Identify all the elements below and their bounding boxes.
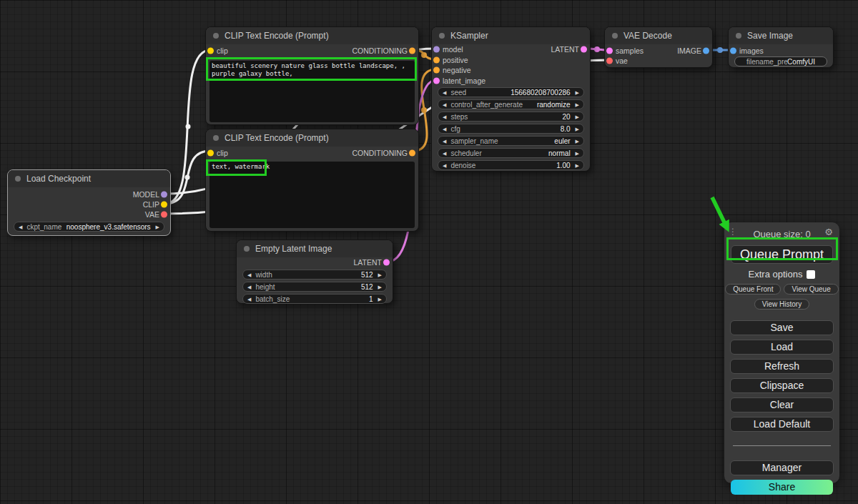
input-label-clip: clip bbox=[217, 149, 228, 157]
increment-arrow-icon[interactable]: ▶ bbox=[576, 127, 579, 132]
increment-arrow-icon[interactable]: ▶ bbox=[576, 90, 579, 95]
increment-arrow-icon[interactable]: ▶ bbox=[378, 297, 382, 302]
node-title-bar[interactable]: CLIP Text Encode (Prompt) bbox=[206, 129, 418, 147]
output-pin-clip[interactable] bbox=[161, 202, 167, 208]
clear-button[interactable]: Clear bbox=[730, 397, 834, 412]
widget-control-after-generate[interactable]: ◀ control_after_generate randomize ▶ bbox=[438, 99, 584, 109]
slot-row: MODEL bbox=[8, 189, 170, 199]
widget-filename-prefix[interactable]: filename_prefix ComfyUI bbox=[734, 56, 827, 66]
output-pin-latent[interactable] bbox=[383, 260, 390, 266]
input-pin-vae[interactable] bbox=[606, 58, 613, 64]
input-pin-clip[interactable] bbox=[207, 48, 214, 54]
load-default-button[interactable]: Load Default bbox=[730, 417, 834, 432]
widget-scheduler[interactable]: ◀ scheduler normal ▶ bbox=[438, 148, 584, 158]
widget-steps[interactable]: ◀ steps 20 ▶ bbox=[438, 112, 584, 122]
output-pin-conditioning[interactable] bbox=[409, 48, 415, 54]
widget-denoise[interactable]: ◀ denoise 1.00 ▶ bbox=[438, 160, 584, 170]
decrement-arrow-icon[interactable]: ◀ bbox=[247, 297, 251, 302]
drag-handle-icon[interactable]: ⋮ bbox=[729, 227, 737, 237]
refresh-button[interactable]: Refresh bbox=[730, 359, 834, 374]
node-title-bar[interactable]: VAE Decode bbox=[605, 27, 712, 44]
increment-arrow-icon[interactable]: ▶ bbox=[576, 102, 579, 107]
view-queue-button[interactable]: View Queue bbox=[784, 284, 838, 295]
node-title-bar[interactable]: KSampler bbox=[432, 27, 590, 44]
widget-width[interactable]: ◀ width 512 ▶ bbox=[242, 270, 387, 280]
node-title-bar[interactable]: Empty Latent Image bbox=[237, 240, 393, 257]
increment-arrow-icon[interactable]: ▶ bbox=[378, 272, 382, 277]
collapse-dot-icon[interactable] bbox=[15, 176, 21, 182]
decrement-arrow-icon[interactable]: ◀ bbox=[443, 163, 446, 168]
manager-button[interactable]: Manager bbox=[730, 460, 834, 475]
node-empty-latent-image[interactable]: Empty Latent Image LATENT ◀ width 512 ▶ … bbox=[236, 239, 393, 304]
widget-value: 512 bbox=[361, 271, 373, 279]
collapse-dot-icon[interactable] bbox=[612, 33, 618, 39]
node-ksampler[interactable]: KSampler LATENT model positive negative … bbox=[431, 26, 591, 172]
widget-value: noosphere_v3.safetensors bbox=[66, 223, 151, 231]
increment-arrow-icon[interactable]: ▶ bbox=[576, 139, 579, 144]
widget-label: scheduler bbox=[450, 149, 548, 157]
widget-value: 512 bbox=[361, 283, 373, 291]
widget-label: steps bbox=[450, 113, 562, 121]
widget-height[interactable]: ◀ height 512 ▶ bbox=[242, 282, 387, 292]
input-pin-model[interactable] bbox=[433, 46, 440, 53]
increment-arrow-icon[interactable]: ▶ bbox=[576, 114, 579, 119]
decrement-arrow-icon[interactable]: ◀ bbox=[443, 114, 446, 119]
widget-seed[interactable]: ◀ seed 156680208700286 ▶ bbox=[438, 87, 584, 97]
save-button[interactable]: Save bbox=[730, 320, 834, 335]
decrement-arrow-icon[interactable]: ◀ bbox=[19, 224, 22, 229]
widget-label: control_after_generate bbox=[450, 101, 537, 109]
increment-arrow-icon[interactable]: ▶ bbox=[576, 151, 579, 156]
widget-label: seed bbox=[450, 89, 511, 97]
node-save-image[interactable]: Save Image images filename_prefix ComfyU… bbox=[728, 26, 834, 68]
widget-batch-size[interactable]: ◀ batch_size 1 ▶ bbox=[242, 294, 387, 304]
output-pin-conditioning[interactable] bbox=[409, 150, 415, 157]
output-label-clip: CLIP bbox=[143, 200, 159, 209]
node-clip-text-encode-negative[interactable]: CLIP Text Encode (Prompt) clip CONDITION… bbox=[205, 129, 419, 232]
widget-value: 20 bbox=[562, 113, 570, 121]
collapse-dot-icon[interactable] bbox=[244, 246, 250, 252]
widget-ckpt-name[interactable]: ◀ ckpt_name noosphere_v3.safetensors ▶ bbox=[14, 222, 164, 232]
input-pin-positive[interactable] bbox=[433, 56, 440, 63]
widget-value: 1.00 bbox=[556, 162, 570, 169]
input-pin-samples[interactable] bbox=[606, 48, 613, 54]
output-pin-vae[interactable] bbox=[161, 212, 167, 218]
decrement-arrow-icon[interactable]: ◀ bbox=[443, 127, 446, 132]
load-button[interactable]: Load bbox=[730, 340, 834, 355]
decrement-arrow-icon[interactable]: ◀ bbox=[247, 285, 251, 290]
collapse-dot-icon[interactable] bbox=[213, 135, 219, 141]
node-title-bar[interactable]: CLIP Text Encode (Prompt) bbox=[206, 27, 418, 44]
gear-icon[interactable]: ⚙ bbox=[824, 227, 833, 237]
widget-value: euler bbox=[554, 137, 570, 145]
node-title: VAE Decode bbox=[623, 31, 672, 41]
input-pin-images[interactable] bbox=[730, 48, 736, 54]
increment-arrow-icon[interactable]: ▶ bbox=[156, 224, 159, 229]
increment-arrow-icon[interactable]: ▶ bbox=[576, 163, 579, 168]
input-pin-clip[interactable] bbox=[207, 150, 214, 157]
extra-options-checkbox[interactable] bbox=[807, 270, 815, 279]
output-label-vae: VAE bbox=[145, 210, 159, 219]
widget-value: 8.0 bbox=[561, 125, 571, 133]
decrement-arrow-icon[interactable]: ◀ bbox=[443, 139, 446, 144]
decrement-arrow-icon[interactable]: ◀ bbox=[443, 151, 446, 156]
input-pin-negative[interactable] bbox=[433, 67, 440, 74]
node-load-checkpoint[interactable]: Load Checkpoint MODEL CLIP VAE ◀ ckpt_na… bbox=[7, 169, 171, 236]
decrement-arrow-icon[interactable]: ◀ bbox=[443, 102, 446, 107]
collapse-dot-icon[interactable] bbox=[439, 33, 445, 39]
output-pin-image[interactable] bbox=[703, 48, 709, 54]
collapse-dot-icon[interactable] bbox=[736, 33, 741, 39]
decrement-arrow-icon[interactable]: ◀ bbox=[247, 272, 251, 277]
collapse-dot-icon[interactable] bbox=[213, 33, 219, 39]
decrement-arrow-icon[interactable]: ◀ bbox=[443, 90, 446, 95]
input-pin-latent-image[interactable] bbox=[433, 77, 440, 84]
widget-sampler-name[interactable]: ◀ sampler_name euler ▶ bbox=[438, 136, 584, 146]
queue-front-button[interactable]: Queue Front bbox=[725, 284, 781, 295]
output-pin-model[interactable] bbox=[161, 192, 167, 198]
clipspace-button[interactable]: Clipspace bbox=[730, 378, 834, 393]
node-vae-decode[interactable]: VAE Decode samples IMAGE vae bbox=[604, 26, 713, 68]
share-button[interactable]: Share bbox=[731, 480, 833, 495]
node-title-bar[interactable]: Load Checkpoint bbox=[8, 170, 170, 187]
increment-arrow-icon[interactable]: ▶ bbox=[378, 285, 382, 290]
widget-cfg[interactable]: ◀ cfg 8.0 ▶ bbox=[438, 124, 584, 134]
node-title-bar[interactable]: Save Image bbox=[729, 27, 833, 44]
view-history-button[interactable]: View History bbox=[754, 299, 809, 310]
